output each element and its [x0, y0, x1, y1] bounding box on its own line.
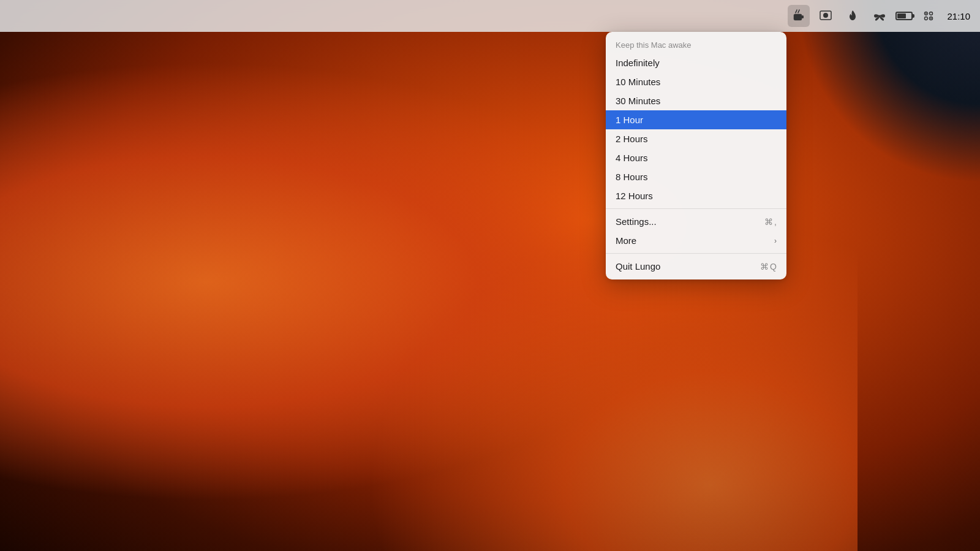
- menu-item-label: 12 Hours: [616, 191, 653, 201]
- svg-point-10: [930, 18, 932, 19]
- menubar-items: 21:10: [788, 5, 970, 27]
- lungo-coffee-icon[interactable]: [788, 5, 810, 27]
- svg-rect-0: [794, 14, 802, 20]
- battery-body: [895, 12, 913, 20]
- menu-header: Keep this Mac awake: [606, 36, 786, 53]
- svg-point-6: [930, 12, 933, 15]
- menu-divider-1: [606, 208, 786, 209]
- cmd-symbol: ⌘: [760, 262, 769, 272]
- svg-point-3: [823, 13, 828, 18]
- menu-item-label: 4 Hours: [616, 153, 648, 163]
- menu-item-1-hour[interactable]: 1 Hour: [606, 110, 786, 129]
- menu-item-2-hours[interactable]: 2 Hours: [606, 129, 786, 148]
- menu-item-label: Settings...: [616, 216, 657, 227]
- menu-item-indefinitely[interactable]: Indefinitely: [606, 53, 786, 72]
- menu-item-label: More: [616, 235, 636, 246]
- quit-shortcut: ⌘ Q: [760, 262, 777, 272]
- shortcut-key: ,: [774, 217, 777, 227]
- menu-item-label: Quit Lungo: [616, 261, 660, 272]
- menu-item-4-hours[interactable]: 4 Hours: [606, 148, 786, 167]
- desktop-background: [0, 0, 980, 551]
- menu-divider-2: [606, 253, 786, 254]
- svg-rect-1: [802, 15, 804, 18]
- droplr-icon[interactable]: [815, 5, 837, 27]
- menu-item-10-minutes[interactable]: 10 Minutes: [606, 72, 786, 91]
- menu-item-label: 30 Minutes: [616, 96, 660, 106]
- menubar-clock[interactable]: 21:10: [947, 11, 970, 21]
- menu-item-8-hours[interactable]: 8 Hours: [606, 167, 786, 186]
- menu-item-settings[interactable]: Settings... ⌘ ,: [606, 212, 786, 231]
- svg-point-9: [925, 13, 927, 14]
- shortcut-key: Q: [770, 262, 777, 272]
- menu-item-quit[interactable]: Quit Lungo ⌘ Q: [606, 257, 786, 276]
- cmd-symbol: ⌘: [764, 217, 773, 227]
- settings-shortcut: ⌘ ,: [764, 217, 777, 227]
- menu-item-label: 1 Hour: [616, 115, 643, 125]
- menu-item-label: Indefinitely: [616, 58, 660, 68]
- battery-fill: [897, 13, 905, 18]
- flame-icon[interactable]: [842, 5, 864, 27]
- menu-item-label: 2 Hours: [616, 134, 648, 144]
- svg-point-7: [925, 17, 928, 20]
- battery-icon: [895, 12, 913, 20]
- chevron-right-icon: ›: [774, 237, 777, 245]
- svg-point-4: [879, 15, 881, 17]
- menu-item-30-minutes[interactable]: 30 Minutes: [606, 91, 786, 110]
- lungo-dropdown-menu: Keep this Mac awake Indefinitely 10 Minu…: [606, 32, 786, 279]
- menu-item-label: 10 Minutes: [616, 77, 660, 87]
- butterfly-icon[interactable]: [869, 5, 891, 27]
- menu-item-more[interactable]: More ›: [606, 231, 786, 250]
- control-center-icon[interactable]: [918, 5, 940, 27]
- menu-item-label: 8 Hours: [616, 172, 648, 182]
- menubar: 21:10: [0, 0, 980, 32]
- menu-item-12-hours[interactable]: 12 Hours: [606, 186, 786, 205]
